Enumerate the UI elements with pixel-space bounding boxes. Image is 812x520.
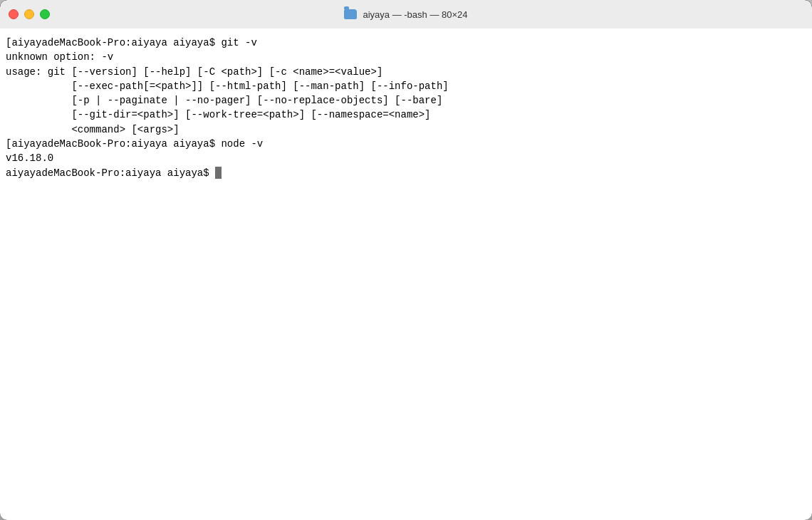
maximize-button[interactable] <box>40 9 50 19</box>
terminal-line-6: [--git-dir=<path>] [--work-tree=<path>] … <box>6 108 806 122</box>
folder-icon <box>344 9 357 19</box>
terminal-line-3: usage: git [--version] [--help] [-C <pat… <box>6 65 806 79</box>
usage-text-3: [-p | --paginate | --no-pager] [--no-rep… <box>6 95 442 106</box>
window-title: aiyaya — -bash — 80×24 <box>344 9 467 20</box>
usage-text-1: usage: git [--version] [--help] [-C <pat… <box>6 66 382 78</box>
terminal-line-9: v16.18.0 <box>6 151 806 165</box>
prompt1-text: [aiyayadeMacBook-Pro:aiyaya aiyaya$ git … <box>6 37 257 48</box>
terminal-line-10: aiyayadeMacBook-Pro:aiyaya aiyaya$ <box>6 166 806 180</box>
terminal-line-2: unknown option: -v <box>6 50 806 64</box>
usage-text-5: <command> [<args>] <box>6 124 179 135</box>
version-text: v16.18.0 <box>6 152 53 164</box>
usage-text-4: [--git-dir=<path>] [--work-tree=<path>] … <box>6 109 431 120</box>
prompt2-text: [aiyayadeMacBook-Pro:aiyaya aiyaya$ node… <box>6 138 263 150</box>
close-button[interactable] <box>9 9 19 19</box>
terminal-line-7: <command> [<args>] <box>6 123 806 137</box>
traffic-lights <box>9 9 50 19</box>
error-text: unknown option: -v <box>6 51 113 63</box>
usage-text-2: [--exec-path[=<path>]] [--html-path] [--… <box>6 80 449 92</box>
terminal-line-8: [aiyayadeMacBook-Pro:aiyaya aiyaya$ node… <box>6 137 806 151</box>
terminal-window: aiyaya — -bash — 80×24 [aiyayadeMacBook-… <box>0 0 812 520</box>
title-bar: aiyaya — -bash — 80×24 <box>0 0 812 28</box>
terminal-line-5: [-p | --paginate | --no-pager] [--no-rep… <box>6 93 806 108</box>
prompt3-text: aiyayadeMacBook-Pro:aiyaya aiyaya$ <box>6 167 215 179</box>
minimize-button[interactable] <box>24 9 34 19</box>
terminal-line-4: [--exec-path[=<path>]] [--html-path] [--… <box>6 79 806 93</box>
terminal-line-1: [aiyayadeMacBook-Pro:aiyaya aiyaya$ git … <box>6 36 806 50</box>
terminal-body[interactable]: [aiyayadeMacBook-Pro:aiyaya aiyaya$ git … <box>0 28 812 520</box>
title-text: aiyaya — -bash — 80×24 <box>363 9 467 20</box>
cursor <box>215 167 222 179</box>
